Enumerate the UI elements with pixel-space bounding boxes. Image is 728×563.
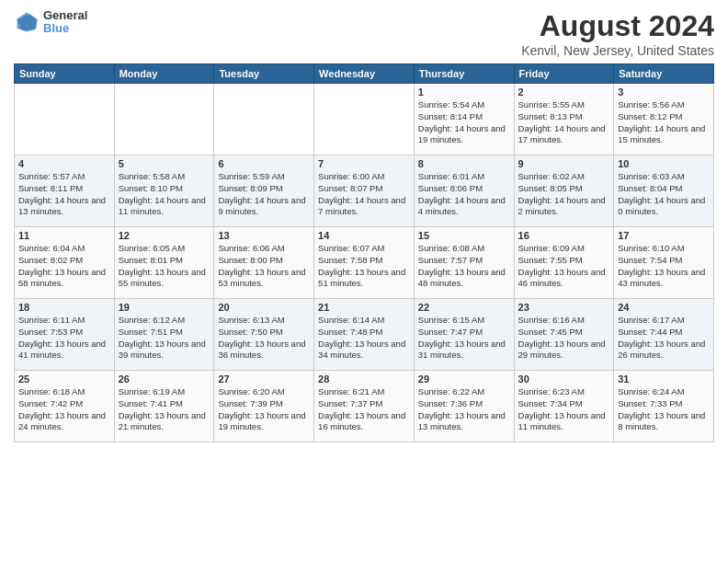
day-number: 5 bbox=[119, 158, 210, 169]
day-info: Sunrise: 6:08 AM Sunset: 7:57 PM Dayligh… bbox=[418, 243, 510, 290]
logo-icon bbox=[14, 9, 40, 35]
calendar-body: 1Sunrise: 5:54 AM Sunset: 8:14 PM Daylig… bbox=[15, 84, 714, 442]
day-cell: 2Sunrise: 5:55 AM Sunset: 8:13 PM Daylig… bbox=[514, 84, 614, 155]
day-number: 10 bbox=[618, 158, 710, 169]
day-cell: 3Sunrise: 5:56 AM Sunset: 8:12 PM Daylig… bbox=[614, 84, 714, 155]
day-number: 8 bbox=[418, 158, 510, 169]
page: General Blue August 2024 Kenvil, New Jer… bbox=[0, 0, 728, 563]
weekday-tuesday: Tuesday bbox=[214, 64, 314, 84]
day-info: Sunrise: 6:15 AM Sunset: 7:47 PM Dayligh… bbox=[418, 315, 510, 362]
logo-line1: General bbox=[43, 9, 87, 22]
day-cell: 7Sunrise: 6:00 AM Sunset: 8:07 PM Daylig… bbox=[314, 155, 415, 227]
day-info: Sunrise: 5:56 AM Sunset: 8:12 PM Dayligh… bbox=[618, 99, 710, 146]
day-number: 7 bbox=[318, 158, 410, 169]
day-number: 18 bbox=[18, 302, 110, 313]
day-info: Sunrise: 6:19 AM Sunset: 7:41 PM Dayligh… bbox=[119, 386, 210, 433]
day-info: Sunrise: 6:02 AM Sunset: 8:05 PM Dayligh… bbox=[518, 171, 610, 218]
week-row-2: 11Sunrise: 6:04 AM Sunset: 8:02 PM Dayli… bbox=[15, 227, 714, 299]
day-cell: 17Sunrise: 6:10 AM Sunset: 7:54 PM Dayli… bbox=[614, 227, 714, 299]
main-title: August 2024 bbox=[521, 9, 714, 43]
weekday-monday: Monday bbox=[114, 64, 214, 84]
day-number: 13 bbox=[218, 230, 310, 241]
weekday-friday: Friday bbox=[514, 64, 614, 84]
day-number: 6 bbox=[218, 158, 310, 169]
day-cell: 21Sunrise: 6:14 AM Sunset: 7:48 PM Dayli… bbox=[314, 299, 415, 371]
day-cell: 9Sunrise: 6:02 AM Sunset: 8:05 PM Daylig… bbox=[514, 155, 614, 227]
day-number: 31 bbox=[618, 373, 710, 385]
weekday-sunday: Sunday bbox=[15, 64, 115, 84]
day-info: Sunrise: 5:55 AM Sunset: 8:13 PM Dayligh… bbox=[518, 99, 610, 146]
day-cell: 26Sunrise: 6:19 AM Sunset: 7:41 PM Dayli… bbox=[114, 371, 214, 442]
day-info: Sunrise: 6:18 AM Sunset: 7:42 PM Dayligh… bbox=[18, 386, 110, 433]
day-info: Sunrise: 6:09 AM Sunset: 7:55 PM Dayligh… bbox=[518, 243, 610, 290]
day-number: 4 bbox=[18, 158, 110, 169]
day-info: Sunrise: 6:22 AM Sunset: 7:36 PM Dayligh… bbox=[418, 386, 510, 433]
day-cell: 20Sunrise: 6:13 AM Sunset: 7:50 PM Dayli… bbox=[214, 299, 314, 371]
day-number: 21 bbox=[318, 302, 410, 313]
day-cell: 27Sunrise: 6:20 AM Sunset: 7:39 PM Dayli… bbox=[214, 371, 314, 442]
day-info: Sunrise: 6:21 AM Sunset: 7:37 PM Dayligh… bbox=[318, 386, 410, 433]
day-cell: 5Sunrise: 5:58 AM Sunset: 8:10 PM Daylig… bbox=[114, 155, 214, 227]
day-number: 22 bbox=[418, 302, 510, 313]
day-cell: 30Sunrise: 6:23 AM Sunset: 7:34 PM Dayli… bbox=[514, 371, 614, 442]
day-info: Sunrise: 6:06 AM Sunset: 8:00 PM Dayligh… bbox=[218, 243, 310, 290]
day-cell: 18Sunrise: 6:11 AM Sunset: 7:53 PM Dayli… bbox=[15, 299, 115, 371]
day-cell bbox=[214, 84, 314, 155]
calendar-header: SundayMondayTuesdayWednesdayThursdayFrid… bbox=[15, 64, 714, 84]
day-number: 2 bbox=[518, 86, 610, 98]
weekday-thursday: Thursday bbox=[414, 64, 514, 84]
day-info: Sunrise: 6:03 AM Sunset: 8:04 PM Dayligh… bbox=[618, 171, 710, 218]
day-cell: 14Sunrise: 6:07 AM Sunset: 7:58 PM Dayli… bbox=[314, 227, 415, 299]
day-info: Sunrise: 6:01 AM Sunset: 8:06 PM Dayligh… bbox=[418, 171, 510, 218]
weekday-header-row: SundayMondayTuesdayWednesdayThursdayFrid… bbox=[15, 64, 714, 84]
day-cell: 10Sunrise: 6:03 AM Sunset: 8:04 PM Dayli… bbox=[614, 155, 714, 227]
day-info: Sunrise: 6:13 AM Sunset: 7:50 PM Dayligh… bbox=[218, 315, 310, 362]
week-row-0: 1Sunrise: 5:54 AM Sunset: 8:14 PM Daylig… bbox=[15, 84, 714, 155]
day-info: Sunrise: 5:58 AM Sunset: 8:10 PM Dayligh… bbox=[119, 171, 210, 218]
day-cell bbox=[15, 84, 115, 155]
day-number: 28 bbox=[318, 373, 410, 385]
day-info: Sunrise: 6:24 AM Sunset: 7:33 PM Dayligh… bbox=[618, 386, 710, 433]
day-info: Sunrise: 6:10 AM Sunset: 7:54 PM Dayligh… bbox=[618, 243, 710, 290]
day-info: Sunrise: 6:00 AM Sunset: 8:07 PM Dayligh… bbox=[318, 171, 410, 218]
logo: General Blue bbox=[14, 9, 87, 36]
day-number: 17 bbox=[618, 230, 710, 241]
day-info: Sunrise: 6:16 AM Sunset: 7:45 PM Dayligh… bbox=[518, 315, 610, 362]
day-cell: 24Sunrise: 6:17 AM Sunset: 7:44 PM Dayli… bbox=[614, 299, 714, 371]
day-cell: 15Sunrise: 6:08 AM Sunset: 7:57 PM Dayli… bbox=[414, 227, 514, 299]
day-cell bbox=[314, 84, 415, 155]
day-cell: 13Sunrise: 6:06 AM Sunset: 8:00 PM Dayli… bbox=[214, 227, 314, 299]
week-row-1: 4Sunrise: 5:57 AM Sunset: 8:11 PM Daylig… bbox=[15, 155, 714, 227]
day-cell: 23Sunrise: 6:16 AM Sunset: 7:45 PM Dayli… bbox=[514, 299, 614, 371]
weekday-wednesday: Wednesday bbox=[314, 64, 415, 84]
day-info: Sunrise: 5:59 AM Sunset: 8:09 PM Dayligh… bbox=[218, 171, 310, 218]
day-cell: 4Sunrise: 5:57 AM Sunset: 8:11 PM Daylig… bbox=[15, 155, 115, 227]
day-cell: 25Sunrise: 6:18 AM Sunset: 7:42 PM Dayli… bbox=[15, 371, 115, 442]
day-info: Sunrise: 6:17 AM Sunset: 7:44 PM Dayligh… bbox=[618, 315, 710, 362]
day-number: 29 bbox=[418, 373, 510, 385]
day-number: 16 bbox=[518, 230, 610, 241]
day-cell: 6Sunrise: 5:59 AM Sunset: 8:09 PM Daylig… bbox=[214, 155, 314, 227]
day-cell: 11Sunrise: 6:04 AM Sunset: 8:02 PM Dayli… bbox=[15, 227, 115, 299]
day-number: 9 bbox=[518, 158, 610, 169]
day-info: Sunrise: 6:12 AM Sunset: 7:51 PM Dayligh… bbox=[119, 315, 210, 362]
day-info: Sunrise: 5:57 AM Sunset: 8:11 PM Dayligh… bbox=[18, 171, 110, 218]
title-area: August 2024 Kenvil, New Jersey, United S… bbox=[521, 9, 714, 58]
calendar-table: SundayMondayTuesdayWednesdayThursdayFrid… bbox=[14, 63, 714, 442]
day-cell: 12Sunrise: 6:05 AM Sunset: 8:01 PM Dayli… bbox=[114, 227, 214, 299]
day-cell: 8Sunrise: 6:01 AM Sunset: 8:06 PM Daylig… bbox=[414, 155, 514, 227]
day-number: 11 bbox=[18, 230, 110, 241]
day-info: Sunrise: 6:14 AM Sunset: 7:48 PM Dayligh… bbox=[318, 315, 410, 362]
day-cell bbox=[114, 84, 214, 155]
logo-text: General Blue bbox=[43, 9, 87, 36]
week-row-3: 18Sunrise: 6:11 AM Sunset: 7:53 PM Dayli… bbox=[15, 299, 714, 371]
header: General Blue August 2024 Kenvil, New Jer… bbox=[14, 9, 714, 58]
day-info: Sunrise: 5:54 AM Sunset: 8:14 PM Dayligh… bbox=[418, 99, 510, 146]
day-cell: 31Sunrise: 6:24 AM Sunset: 7:33 PM Dayli… bbox=[614, 371, 714, 442]
day-info: Sunrise: 6:23 AM Sunset: 7:34 PM Dayligh… bbox=[518, 386, 610, 433]
day-info: Sunrise: 6:20 AM Sunset: 7:39 PM Dayligh… bbox=[218, 386, 310, 433]
day-cell: 1Sunrise: 5:54 AM Sunset: 8:14 PM Daylig… bbox=[414, 84, 514, 155]
logo-line2: Blue bbox=[43, 22, 87, 35]
weekday-saturday: Saturday bbox=[614, 64, 714, 84]
day-cell: 19Sunrise: 6:12 AM Sunset: 7:51 PM Dayli… bbox=[114, 299, 214, 371]
